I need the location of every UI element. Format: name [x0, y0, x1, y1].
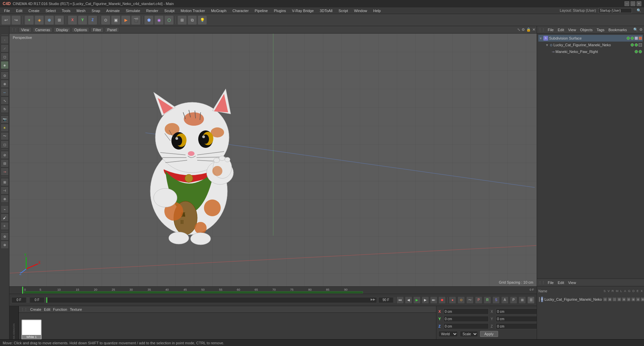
menu-script[interactable]: Script [336, 8, 351, 13]
attrib-icon-8[interactable]: ⊚ [636, 297, 640, 301]
bridge-button[interactable]: ⊟ [1, 159, 9, 167]
timeline-scrubber[interactable]: ▶▶ [46, 297, 377, 303]
attrib-icon-7[interactable]: ⊗ [631, 297, 635, 301]
vp-filter-menu[interactable]: Filter [91, 27, 103, 33]
menu-motion-tracker[interactable]: Motion Tracker [178, 8, 208, 13]
prev-frame-button[interactable]: ◀ [405, 296, 412, 304]
undo-button[interactable]: ↩ [1, 15, 11, 25]
pos-key-button[interactable]: P [475, 296, 482, 304]
layout-search[interactable]: 🔍 [635, 8, 643, 13]
move-tool-button[interactable]: ↔ [1, 88, 9, 96]
extra-tool-1[interactable]: ⊚ [1, 232, 9, 240]
viewport-expand-icon[interactable]: ⤡ [517, 27, 520, 32]
x-lock-button[interactable]: X [68, 15, 77, 25]
om-file-menu[interactable]: File [546, 27, 555, 32]
attrib-icon-3[interactable]: □ [612, 297, 616, 301]
go-start-button[interactable]: ⏮ [396, 296, 404, 304]
snap-button[interactable]: ⊙ [101, 15, 110, 25]
om-objects-menu[interactable]: Objects [579, 27, 594, 32]
menu-simulate[interactable]: Simulate [123, 8, 143, 13]
polygon-button[interactable]: ◻ [1, 140, 9, 149]
current-frame-input[interactable] [11, 297, 26, 303]
knife-button[interactable]: ⊘ [1, 151, 9, 159]
texture-axis-button[interactable]: ⊕ [1, 80, 9, 88]
attr-handle[interactable]: ⋮⋮ [538, 281, 545, 284]
layout-input[interactable] [598, 8, 632, 13]
attrib-row-lucky-cat[interactable]: O Lucky_Cat_Figurine_Maneki_Neko ⊙ ⊞ □ ⊟… [538, 296, 643, 303]
pla-key-button[interactable]: ⊞ [519, 296, 526, 304]
param-key-button[interactable]: P [510, 296, 517, 304]
scale-tool-button[interactable]: ⤡ [1, 97, 9, 105]
spline-button[interactable]: 〜 [1, 132, 9, 140]
tree-collapse-cat[interactable]: ▼ [545, 43, 549, 47]
menu-tools[interactable]: Tools [59, 8, 73, 13]
motion-path-button[interactable]: 〜 [466, 296, 474, 304]
attrib-icon-1[interactable]: ⊙ [603, 297, 607, 301]
menu-create[interactable]: Create [26, 8, 42, 13]
mat-function-menu[interactable]: Function [53, 307, 67, 311]
z-lock-button[interactable]: Z [88, 15, 97, 25]
menu-edit[interactable]: Edit [13, 8, 25, 13]
mat-texture-menu[interactable]: Texture [70, 307, 82, 311]
vp-options-menu[interactable]: Options [72, 27, 89, 33]
om-search-icon[interactable]: 🔍 [633, 27, 638, 32]
array-button[interactable]: ⊞ [1, 178, 9, 186]
menu-help[interactable]: Help [371, 8, 384, 13]
paw-dot-2[interactable] [639, 50, 642, 53]
menu-select[interactable]: Select [43, 8, 59, 13]
menu-pipeline[interactable]: Pipeline [252, 8, 270, 13]
tree-row-subdivision-surface[interactable]: ▼ S Subdivision Surface [538, 35, 643, 42]
maximize-button[interactable]: □ [631, 1, 635, 6]
subdiv-dot-1[interactable] [627, 37, 630, 40]
menu-vray-bridge[interactable]: V-Ray Bridge [289, 8, 317, 13]
timeline-active-range[interactable] [24, 291, 363, 293]
render-active-button[interactable]: 🎬 [131, 15, 141, 25]
camera-button[interactable]: 📷 [1, 115, 9, 123]
viewport-handle[interactable]: ⋮⋮ [11, 28, 17, 32]
viewport[interactable]: Perspective Grid Spacing : 10 cm [9, 34, 537, 286]
attr-file-menu[interactable]: File [546, 280, 555, 285]
render-region-button[interactable]: ▣ [111, 15, 120, 25]
mat-create-menu[interactable]: Create [30, 307, 41, 311]
attrib-icon-4[interactable]: ⊟ [617, 297, 621, 301]
point-mode-button[interactable]: ⬝ [1, 36, 9, 44]
material-white1[interactable]: White 1 [21, 320, 42, 340]
subdiv-dot-2[interactable] [631, 37, 634, 40]
coord-x-size-input[interactable] [496, 308, 541, 314]
coord-y-size-input[interactable] [496, 316, 541, 322]
tree-collapse-subdiv[interactable]: ▼ [539, 37, 542, 40]
light-tool-button[interactable]: ☀ [1, 124, 9, 132]
viewport-close-icon[interactable]: ✕ [532, 27, 535, 32]
vp-panel-menu[interactable]: Panel [105, 27, 119, 33]
editor-render-button[interactable]: ⬟ [144, 15, 154, 25]
move-button[interactable]: ⊕ [45, 15, 54, 25]
menu-animate[interactable]: Animate [104, 8, 122, 13]
menu-snap[interactable]: Snap [89, 8, 103, 13]
paint-button[interactable]: 🖌 [1, 214, 9, 222]
mat-handle[interactable]: ⋮⋮ [21, 307, 28, 311]
sculpt-tool-button[interactable]: ⌁ [1, 205, 9, 213]
vp-display-menu[interactable]: Display [54, 27, 70, 33]
redo-button[interactable]: ↪ [11, 15, 21, 25]
multi-view-button[interactable]: ⊞ [177, 15, 187, 25]
attrib-icon-6[interactable]: ⊘ [627, 297, 631, 301]
menu-mesh[interactable]: Mesh [74, 8, 88, 13]
om-handle[interactable]: ⋮⋮ [538, 28, 545, 32]
scale-key-button[interactable]: S [492, 296, 500, 304]
edge-mode-button[interactable]: ⟋ [1, 44, 9, 52]
vp-view-menu[interactable]: View [19, 27, 32, 33]
coord-y-pos-input[interactable] [443, 316, 489, 322]
coord-x-pos-input[interactable] [443, 308, 489, 314]
texture-button[interactable]: ⬡ [164, 15, 174, 25]
tree-row-paw-right[interactable]: ⊸ Maneki_Neko_Paw_Right [538, 48, 643, 55]
om-tags-menu[interactable]: Tags [595, 27, 606, 32]
menu-window[interactable]: Window [351, 8, 370, 13]
coord-z-size-input[interactable] [496, 323, 541, 329]
subdiv-close[interactable] [639, 37, 642, 40]
viewport-lock-icon[interactable]: 🔒 [526, 27, 531, 32]
edge-break-button[interactable]: ⟡ [1, 222, 9, 230]
render-button[interactable]: ▶ [121, 15, 130, 25]
apply-button[interactable]: Apply [480, 331, 498, 337]
extra-tool-2[interactable]: ⊛ [1, 241, 9, 249]
paw-dot-1[interactable] [635, 50, 638, 53]
